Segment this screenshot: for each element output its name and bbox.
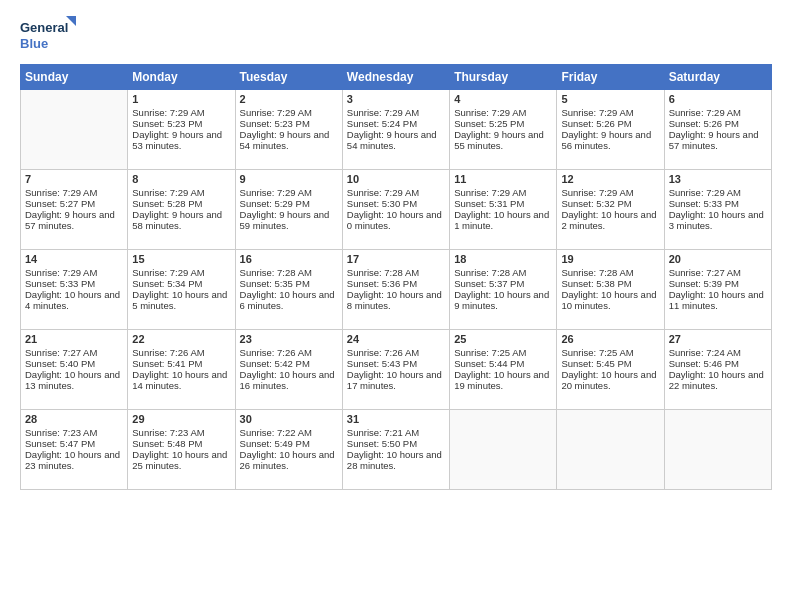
sunset-label: Sunset: 5:44 PM: [454, 358, 524, 369]
daylight-label: Daylight: 10 hours and 10 minutes.: [561, 289, 656, 311]
header-sunday: Sunday: [21, 65, 128, 90]
sunset-label: Sunset: 5:23 PM: [240, 118, 310, 129]
daylight-label: Daylight: 10 hours and 28 minutes.: [347, 449, 442, 471]
sunrise-label: Sunrise: 7:29 AM: [561, 107, 633, 118]
day-number: 11: [454, 173, 552, 185]
cell-1-5: 4Sunrise: 7:29 AMSunset: 5:25 PMDaylight…: [450, 90, 557, 170]
sunset-label: Sunset: 5:25 PM: [454, 118, 524, 129]
cell-5-7: [664, 410, 771, 490]
week-row-5: 28Sunrise: 7:23 AMSunset: 5:47 PMDayligh…: [21, 410, 772, 490]
day-number: 21: [25, 333, 123, 345]
sunrise-label: Sunrise: 7:28 AM: [454, 267, 526, 278]
cell-4-4: 24Sunrise: 7:26 AMSunset: 5:43 PMDayligh…: [342, 330, 449, 410]
sunset-label: Sunset: 5:49 PM: [240, 438, 310, 449]
sunrise-label: Sunrise: 7:29 AM: [669, 107, 741, 118]
sunrise-label: Sunrise: 7:29 AM: [561, 187, 633, 198]
sunrise-label: Sunrise: 7:29 AM: [347, 187, 419, 198]
header-tuesday: Tuesday: [235, 65, 342, 90]
cell-3-4: 17Sunrise: 7:28 AMSunset: 5:36 PMDayligh…: [342, 250, 449, 330]
sunset-label: Sunset: 5:34 PM: [132, 278, 202, 289]
sunrise-label: Sunrise: 7:25 AM: [561, 347, 633, 358]
daylight-label: Daylight: 10 hours and 23 minutes.: [25, 449, 120, 471]
sunrise-label: Sunrise: 7:23 AM: [132, 427, 204, 438]
day-number: 9: [240, 173, 338, 185]
daylight-label: Daylight: 9 hours and 53 minutes.: [132, 129, 222, 151]
sunset-label: Sunset: 5:36 PM: [347, 278, 417, 289]
cell-5-5: [450, 410, 557, 490]
sunrise-label: Sunrise: 7:29 AM: [25, 267, 97, 278]
sunrise-label: Sunrise: 7:23 AM: [25, 427, 97, 438]
daylight-label: Daylight: 10 hours and 22 minutes.: [669, 369, 764, 391]
sunset-label: Sunset: 5:32 PM: [561, 198, 631, 209]
calendar-table: SundayMondayTuesdayWednesdayThursdayFrid…: [20, 64, 772, 490]
sunset-label: Sunset: 5:42 PM: [240, 358, 310, 369]
daylight-label: Daylight: 9 hours and 54 minutes.: [240, 129, 330, 151]
sunrise-label: Sunrise: 7:27 AM: [669, 267, 741, 278]
daylight-label: Daylight: 9 hours and 54 minutes.: [347, 129, 437, 151]
week-row-2: 7Sunrise: 7:29 AMSunset: 5:27 PMDaylight…: [21, 170, 772, 250]
cell-1-6: 5Sunrise: 7:29 AMSunset: 5:26 PMDaylight…: [557, 90, 664, 170]
cell-3-6: 19Sunrise: 7:28 AMSunset: 5:38 PMDayligh…: [557, 250, 664, 330]
day-number: 20: [669, 253, 767, 265]
day-number: 26: [561, 333, 659, 345]
sunrise-label: Sunrise: 7:29 AM: [132, 187, 204, 198]
daylight-label: Daylight: 10 hours and 11 minutes.: [669, 289, 764, 311]
sunrise-label: Sunrise: 7:21 AM: [347, 427, 419, 438]
cell-1-2: 1Sunrise: 7:29 AMSunset: 5:23 PMDaylight…: [128, 90, 235, 170]
cell-1-7: 6Sunrise: 7:29 AMSunset: 5:26 PMDaylight…: [664, 90, 771, 170]
daylight-label: Daylight: 10 hours and 26 minutes.: [240, 449, 335, 471]
sunrise-label: Sunrise: 7:29 AM: [25, 187, 97, 198]
sunrise-label: Sunrise: 7:28 AM: [240, 267, 312, 278]
sunrise-label: Sunrise: 7:27 AM: [25, 347, 97, 358]
sunset-label: Sunset: 5:23 PM: [132, 118, 202, 129]
daylight-label: Daylight: 10 hours and 20 minutes.: [561, 369, 656, 391]
sunset-label: Sunset: 5:28 PM: [132, 198, 202, 209]
day-number: 22: [132, 333, 230, 345]
sunset-label: Sunset: 5:46 PM: [669, 358, 739, 369]
day-number: 8: [132, 173, 230, 185]
day-number: 12: [561, 173, 659, 185]
daylight-label: Daylight: 10 hours and 4 minutes.: [25, 289, 120, 311]
day-number: 28: [25, 413, 123, 425]
header-thursday: Thursday: [450, 65, 557, 90]
day-number: 17: [347, 253, 445, 265]
sunset-label: Sunset: 5:29 PM: [240, 198, 310, 209]
day-number: 27: [669, 333, 767, 345]
day-number: 5: [561, 93, 659, 105]
daylight-label: Daylight: 9 hours and 55 minutes.: [454, 129, 544, 151]
day-number: 19: [561, 253, 659, 265]
cell-2-3: 9Sunrise: 7:29 AMSunset: 5:29 PMDaylight…: [235, 170, 342, 250]
sunset-label: Sunset: 5:48 PM: [132, 438, 202, 449]
daylight-label: Daylight: 10 hours and 6 minutes.: [240, 289, 335, 311]
day-number: 29: [132, 413, 230, 425]
day-number: 1: [132, 93, 230, 105]
sunrise-label: Sunrise: 7:22 AM: [240, 427, 312, 438]
cell-4-5: 25Sunrise: 7:25 AMSunset: 5:44 PMDayligh…: [450, 330, 557, 410]
cell-5-2: 29Sunrise: 7:23 AMSunset: 5:48 PMDayligh…: [128, 410, 235, 490]
calendar-container: General Blue SundayMondayTuesdayWednesda…: [0, 0, 792, 500]
sunrise-label: Sunrise: 7:29 AM: [132, 267, 204, 278]
sunset-label: Sunset: 5:26 PM: [561, 118, 631, 129]
sunrise-label: Sunrise: 7:29 AM: [454, 187, 526, 198]
cell-5-4: 31Sunrise: 7:21 AMSunset: 5:50 PMDayligh…: [342, 410, 449, 490]
sunrise-label: Sunrise: 7:29 AM: [669, 187, 741, 198]
daylight-label: Daylight: 10 hours and 2 minutes.: [561, 209, 656, 231]
cell-4-1: 21Sunrise: 7:27 AMSunset: 5:40 PMDayligh…: [21, 330, 128, 410]
sunset-label: Sunset: 5:45 PM: [561, 358, 631, 369]
cell-1-1: [21, 90, 128, 170]
header: General Blue: [20, 16, 772, 54]
svg-text:Blue: Blue: [20, 36, 48, 51]
week-row-4: 21Sunrise: 7:27 AMSunset: 5:40 PMDayligh…: [21, 330, 772, 410]
daylight-label: Daylight: 10 hours and 3 minutes.: [669, 209, 764, 231]
daylight-label: Daylight: 10 hours and 13 minutes.: [25, 369, 120, 391]
daylight-label: Daylight: 9 hours and 56 minutes.: [561, 129, 651, 151]
cell-5-3: 30Sunrise: 7:22 AMSunset: 5:49 PMDayligh…: [235, 410, 342, 490]
daylight-label: Daylight: 10 hours and 0 minutes.: [347, 209, 442, 231]
sunrise-label: Sunrise: 7:25 AM: [454, 347, 526, 358]
sunrise-label: Sunrise: 7:26 AM: [132, 347, 204, 358]
sunrise-label: Sunrise: 7:29 AM: [347, 107, 419, 118]
day-number: 4: [454, 93, 552, 105]
sunrise-label: Sunrise: 7:29 AM: [240, 107, 312, 118]
cell-4-2: 22Sunrise: 7:26 AMSunset: 5:41 PMDayligh…: [128, 330, 235, 410]
week-row-1: 1Sunrise: 7:29 AMSunset: 5:23 PMDaylight…: [21, 90, 772, 170]
